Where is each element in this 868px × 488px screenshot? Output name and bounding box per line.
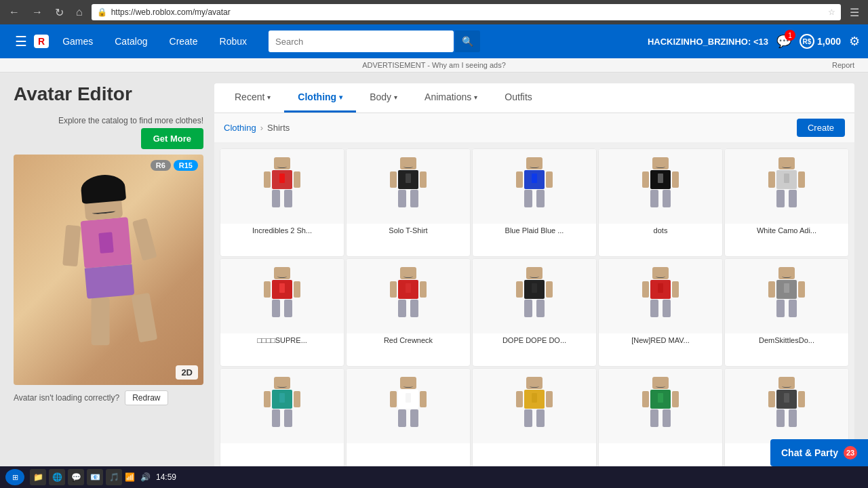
clothing-image <box>725 369 848 443</box>
clothing-image <box>220 149 344 224</box>
messages-icon[interactable]: 💬 1 <box>776 34 791 49</box>
taskbar-icon-2[interactable]: 🌐 <box>49 469 65 485</box>
clothing-name <box>599 443 722 449</box>
clothing-item[interactable]: Incredibles 2 Sh... <box>220 148 344 257</box>
2d-badge[interactable]: 2D <box>176 365 198 380</box>
clothing-item[interactable]: DOPE DOPE DO... <box>472 258 597 367</box>
forward-button[interactable]: → <box>28 5 46 20</box>
page-title: Avatar Editor <box>14 83 132 105</box>
browser-menu-icon[interactable]: ☰ <box>846 5 863 20</box>
taskbar-sys: 📶 🔊 14:59 <box>125 472 182 482</box>
notification-badge: 1 <box>785 30 795 41</box>
search-button[interactable]: 🔍 <box>455 30 480 52</box>
search-input[interactable] <box>269 30 454 52</box>
chat-party-label: Chat & Party <box>781 447 838 458</box>
bookmark-icon[interactable]: ☆ <box>828 7 835 17</box>
clothing-item[interactable]: dots <box>598 148 723 257</box>
start-button[interactable]: ⊞ <box>5 469 24 485</box>
clothing-name: dots <box>599 224 722 237</box>
ad-text: ADVERTISEMENT - Why am I seeing ads? <box>362 61 506 69</box>
tab-clothing[interactable]: Clothing ▾ <box>284 83 356 113</box>
chat-badge: 23 <box>844 446 857 460</box>
breadcrumb-parent[interactable]: Clothing <box>224 123 256 133</box>
back-button[interactable]: ← <box>5 5 23 20</box>
roblox-navbar: ☰ R Games Catalog Create Robux 🔍 HACKIZI… <box>0 24 868 58</box>
clothing-name: DOPE DOPE DO... <box>473 333 596 347</box>
clothing-item[interactable]: Blue Plaid Blue ... <box>472 148 597 257</box>
tab-body[interactable]: Body ▾ <box>356 83 411 113</box>
clothing-grid: Incredibles 2 Sh... Solo T-Shirt <box>214 143 854 474</box>
settings-icon[interactable]: ⚙ <box>849 34 860 49</box>
clothing-item[interactable]: [New]RED MAV... <box>598 258 723 367</box>
tab-outfits[interactable]: Outfits <box>491 83 545 113</box>
breadcrumb-current: Shirts <box>267 123 290 133</box>
tab-body-arrow: ▾ <box>394 94 397 101</box>
roblox-logo[interactable]: R <box>34 35 49 48</box>
clothing-item[interactable] <box>346 368 471 468</box>
clothing-item[interactable]: Red Crewneck <box>346 258 471 367</box>
clothing-name: □□□□SUPRE... <box>220 333 344 347</box>
avatar-redraw-row: Avatar isn't loading correctly? Redraw <box>14 390 203 405</box>
ad-report-link[interactable]: Report <box>832 61 854 69</box>
hamburger-menu[interactable]: ☰ <box>8 33 34 49</box>
clothing-item[interactable]: DemSkittlesDo... <box>724 258 849 367</box>
r15-badge[interactable]: R15 <box>174 160 198 171</box>
chat-party-panel[interactable]: Chat & Party 23 <box>770 439 868 466</box>
clothing-name: Blue Plaid Blue ... <box>473 224 596 237</box>
clothing-name <box>347 443 470 449</box>
clothing-name <box>220 443 344 449</box>
browser-bar: ← → ↻ ⌂ 🔒 https://web.roblox.com/my/avat… <box>0 0 868 24</box>
taskbar-icon-1[interactable]: 📁 <box>30 469 46 485</box>
search-wrapper: 🔍 <box>263 30 480 52</box>
ad-banner: ADVERTISEMENT - Why am I seeing ads? Rep… <box>0 58 868 73</box>
nav-create[interactable]: Create <box>159 24 209 58</box>
clothing-item[interactable]: Solo T-Shirt <box>346 148 471 257</box>
clothing-image <box>725 259 848 333</box>
address-bar[interactable]: 🔒 https://web.roblox.com/my/avatar ☆ <box>92 4 841 20</box>
taskbar-icon-3[interactable]: 💬 <box>68 469 84 485</box>
robux-icon: R$ <box>800 34 814 49</box>
clothing-item[interactable] <box>472 368 597 468</box>
home-button[interactable]: ⌂ <box>73 5 86 20</box>
url-text: https://web.roblox.com/my/avatar <box>111 7 824 17</box>
nav-games[interactable]: Games <box>52 24 104 58</box>
taskbar-time: 14:59 <box>156 472 182 482</box>
clothing-item[interactable]: □□□□SUPRE... <box>220 258 344 367</box>
redraw-button[interactable]: Redraw <box>125 390 167 405</box>
category-tabs: Recent ▾ Clothing ▾ Body ▾ Animations ▾ … <box>214 83 854 113</box>
clothing-image <box>599 149 722 224</box>
avatar-preview: R6 R15 <box>14 155 203 385</box>
get-more-button[interactable]: Get More <box>141 128 203 149</box>
clothing-item[interactable]: White Camo Adi... <box>724 148 849 257</box>
nav-right: HACKIZINHO_BRZINHO: <13 💬 1 R$ 1,000 ⚙ <box>648 34 860 49</box>
robux-display[interactable]: R$ 1,000 <box>800 34 841 49</box>
taskbar-sound-icon: 🔊 <box>140 472 151 482</box>
refresh-button[interactable]: ↻ <box>52 5 67 20</box>
create-button[interactable]: Create <box>797 119 845 137</box>
robux-amount: 1,000 <box>817 36 841 47</box>
breadcrumb-separator: › <box>260 123 263 133</box>
tab-animations[interactable]: Animations ▾ <box>411 83 491 113</box>
clothing-image <box>347 259 470 333</box>
tab-animations-arrow: ▾ <box>474 94 477 101</box>
nav-catalog[interactable]: Catalog <box>104 24 158 58</box>
taskbar-icon-4[interactable]: 📧 <box>87 469 103 485</box>
clothing-image <box>347 149 470 224</box>
clothing-image <box>220 259 344 333</box>
taskbar-network-icon: 📶 <box>125 472 135 482</box>
tab-recent[interactable]: Recent ▾ <box>221 83 284 113</box>
clothing-name: DemSkittlesDo... <box>725 333 848 347</box>
taskbar: ⊞ 📁 🌐 💬 📧 🎵 📶 🔊 14:59 <box>0 466 868 488</box>
clothing-image <box>473 369 596 443</box>
taskbar-icon-5[interactable]: 🎵 <box>106 469 122 485</box>
nav-robux[interactable]: Robux <box>209 24 258 58</box>
username-label: HACKIZINHO_BRZINHO: <13 <box>648 37 768 47</box>
clothing-image <box>347 369 470 443</box>
clothing-item[interactable] <box>598 368 723 468</box>
catalog-panel: Recent ▾ Clothing ▾ Body ▾ Animations ▾ … <box>214 83 854 474</box>
clothing-image <box>220 369 344 443</box>
clothing-image <box>599 259 722 333</box>
lock-icon: 🔒 <box>97 7 107 17</box>
clothing-name: [New]RED MAV... <box>599 333 722 347</box>
clothing-item[interactable] <box>220 368 344 468</box>
